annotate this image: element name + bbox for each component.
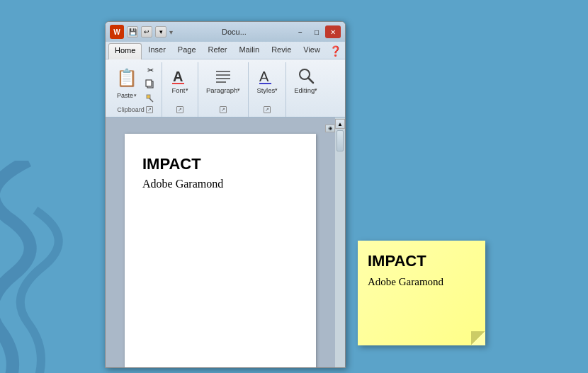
corner-button[interactable]: ⊕: [325, 125, 335, 132]
ribbon-content: 📋 Paste ▾ ✂: [106, 59, 345, 117]
tab-references[interactable]: Refer: [203, 43, 233, 59]
close-button[interactable]: ✕: [325, 25, 341, 38]
word-logo: W: [110, 25, 124, 39]
clipboard-label: Clipboard ↗: [117, 105, 153, 115]
paste-area: 📋 Paste ▾: [113, 64, 141, 99]
title-bar: W 💾 ↩ ▾ ▾ Docu... − □ ✕: [106, 22, 345, 42]
paragraph-launcher[interactable]: ↗: [220, 106, 227, 113]
clipboard-launcher[interactable]: ↗: [146, 106, 153, 113]
styles-icon: A: [257, 66, 277, 86]
font-icon: A: [170, 66, 190, 86]
editing-icon: [296, 66, 316, 86]
editing-button[interactable]: Editing ▾: [290, 64, 321, 96]
document-page: IMPACT Adobe Garamond: [125, 134, 316, 367]
window-controls: − □ ✕: [293, 25, 341, 38]
svg-rect-2: [147, 95, 150, 98]
word-window: W 💾 ↩ ▾ ▾ Docu... − □ ✕ Home Inser Page …: [105, 21, 346, 368]
sticky-note: IMPACT Adobe Garamond: [358, 241, 485, 345]
font-button[interactable]: A Font ▾: [166, 64, 193, 96]
vertical-scrollbar[interactable]: ▲: [335, 117, 345, 367]
styles-button[interactable]: A Styles ▾: [253, 64, 281, 96]
window-title: Docu...: [176, 28, 293, 36]
font-launcher[interactable]: ↗: [176, 106, 183, 113]
tab-home[interactable]: Home: [108, 43, 142, 59]
ribbon-tab-row: Home Inser Page Refer Mailin Revie View …: [106, 42, 345, 59]
format-painter-button[interactable]: [143, 92, 157, 105]
paragraph-group: Paragraph ▾ ↗: [198, 62, 249, 117]
svg-line-3: [149, 98, 153, 102]
font-label-bottom: ↗: [176, 105, 183, 115]
svg-rect-1: [146, 80, 152, 86]
save-quick-btn[interactable]: 💾: [127, 26, 138, 38]
sticky-impact-text: IMPACT: [368, 252, 475, 270]
styles-launcher[interactable]: ↗: [264, 106, 271, 113]
tab-view[interactable]: View: [298, 43, 326, 59]
svg-text:A: A: [173, 69, 183, 84]
minimize-button[interactable]: −: [293, 25, 308, 38]
svg-text:A: A: [259, 69, 269, 84]
paste-dropdown[interactable]: Paste ▾: [117, 92, 137, 99]
quick-access-toolbar: 💾 ↩ ▾ ▾: [127, 26, 173, 38]
scroll-up-button[interactable]: ▲: [335, 119, 345, 129]
clipboard-small-buttons: ✂: [143, 64, 157, 105]
document-area: ⊕ IMPACT Adobe Garamond ▲: [106, 117, 345, 367]
styles-group: A Styles ▾ ↗: [249, 62, 286, 117]
scroll-thumb[interactable]: [337, 130, 344, 151]
copy-button[interactable]: [143, 78, 157, 91]
editing-group: Editing ▾: [286, 62, 325, 117]
paragraph-button[interactable]: Paragraph ▾: [203, 64, 244, 96]
undo-quick-btn[interactable]: ↩: [141, 26, 152, 38]
quick-access-dropdown[interactable]: ▾: [169, 28, 173, 36]
doc-impact-text: IMPACT: [142, 155, 298, 173]
styles-label-bottom: ↗: [264, 105, 271, 115]
paragraph-icon: [213, 66, 233, 86]
sticky-garamond-text: Adobe Garamond: [368, 276, 475, 288]
paste-button[interactable]: 📋: [113, 64, 141, 92]
doc-scroll-area: ⊕ IMPACT Adobe Garamond: [106, 117, 335, 367]
tab-page[interactable]: Page: [172, 43, 202, 59]
help-icon[interactable]: ❓: [327, 43, 344, 59]
font-group: A Font ▾ ↗: [162, 62, 198, 117]
paragraph-label-bottom: ↗: [220, 105, 227, 115]
tab-insert[interactable]: Inser: [142, 43, 171, 59]
clipboard-group: 📋 Paste ▾ ✂: [108, 62, 162, 117]
tab-mailings[interactable]: Mailin: [233, 43, 265, 59]
maximize-button[interactable]: □: [309, 25, 324, 38]
doc-garamond-text: Adobe Garamond: [142, 178, 298, 190]
redo-quick-btn[interactable]: ▾: [155, 26, 166, 38]
ribbon: Home Inser Page Refer Mailin Revie View …: [106, 42, 345, 117]
clipboard-buttons: 📋 Paste ▾ ✂: [113, 64, 157, 105]
cut-button[interactable]: ✂: [143, 64, 157, 76]
tab-review[interactable]: Revie: [266, 43, 297, 59]
svg-line-13: [308, 78, 313, 83]
